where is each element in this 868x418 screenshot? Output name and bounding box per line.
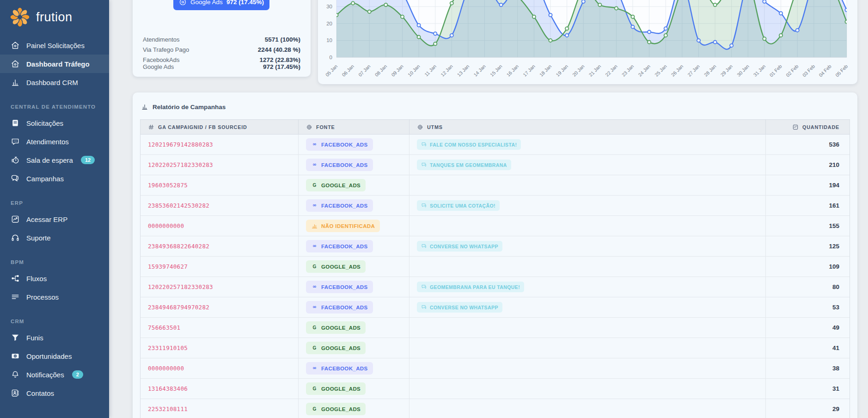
meta-icon: ∞ (311, 202, 318, 209)
stat-row: Via Trafego Pago 2244 (40.28 %) (143, 46, 300, 56)
campaign-id-cell: 0000000000 (141, 358, 299, 378)
google-circle-icon: G (179, 0, 187, 6)
svg-text:31 Jan: 31 Jan (752, 63, 767, 78)
quantidade-cell: 29 (766, 399, 850, 418)
svg-text:10 Jan: 10 Jan (407, 63, 421, 78)
sidebar-item-label: Atendimentos (26, 138, 69, 146)
campaign-id-cell: 0000000000 (141, 216, 299, 236)
fonte-badge-facebook: ∞FACEBOOK_ADS (306, 281, 373, 293)
quantidade-value: 109 (829, 263, 839, 270)
table-row: 756663501GGOOGLE_ADS49 (141, 318, 850, 338)
sidebar-item-label: Campanhas (26, 175, 64, 183)
svg-text:16 Jan: 16 Jan (505, 63, 520, 78)
svg-text:21 Jan: 21 Jan (587, 63, 602, 78)
sidebar-item-label: Oportunidades (26, 352, 72, 360)
quantidade-value: 49 (832, 324, 839, 331)
column-header-label: Quantidade (802, 124, 839, 130)
traffic-line-chart[interactable]: 01020304005 Jan06 Jan07 Jan08 Jan09 Jan1… (318, 0, 857, 84)
utm-cell: CONVERSE NO WHATSAPP (410, 236, 766, 256)
stat-value: 972 (17.45%) (263, 63, 300, 70)
sidebar-nav: Painel SolicitaçõesDashboard TráfegoDash… (0, 36, 109, 402)
campaign-id-cell: 23849468794970282 (141, 297, 299, 317)
utm-badge: CONVERSE NO WHATSAPP (417, 302, 502, 313)
traffic-stats-list: Atendimentos 5571 (100%) Via Trafego Pag… (133, 36, 311, 70)
quantidade-cell: 161 (766, 196, 850, 215)
svg-text:14 Jan: 14 Jan (472, 63, 487, 78)
utm-badge-label: SOLICITE UMA COTAÇÃO! (430, 203, 495, 209)
svg-text:04 Feb: 04 Feb (818, 63, 832, 78)
utm-cell: SOLICITE UMA COTAÇÃO! (410, 196, 766, 215)
campaign-id: 23849368822640282 (148, 243, 209, 250)
svg-text:01 Feb: 01 Feb (768, 63, 783, 78)
sidebar-item-sala-de-espera[interactable]: Sala de espera12 (0, 151, 109, 169)
svg-text:25 Jan: 25 Jan (654, 63, 668, 78)
app-logo[interactable]: frution (0, 0, 109, 29)
stat-row: FacebookAds 1272 (22.83%) (143, 56, 300, 63)
sidebar-item-oportunidades[interactable]: Oportunidades (0, 347, 109, 365)
fonte-cell: GGOOGLE_ADS (299, 338, 410, 358)
column-header-quantidade[interactable]: Quantidade (766, 120, 850, 134)
sidebar-item-acessar-erp[interactable]: Acessar ERP (0, 210, 109, 228)
svg-text:23 Jan: 23 Jan (621, 63, 635, 78)
svg-text:G: G (312, 325, 316, 330)
speech-bubble-icon (421, 203, 427, 209)
fonte-badge-label: GOOGLE_ADS (321, 264, 361, 270)
quantidade-cell: 53 (766, 297, 850, 317)
table-title-row: Relatório de Campanhas (140, 100, 850, 111)
trend-square-icon (11, 215, 20, 224)
fonte-badge-facebook: ∞FACEBOOK_ADS (306, 362, 373, 375)
campaign-id-cell: 23311910105 (141, 338, 299, 358)
sidebar-item-label: Funis (26, 334, 43, 342)
svg-text:09 Jan: 09 Jan (390, 63, 404, 78)
sidebar-item-atendimentos[interactable]: Atendimentos (0, 132, 109, 151)
sidebar-item-label: Fluxos (26, 275, 47, 283)
column-header-fonte[interactable]: Fonte (299, 120, 410, 134)
svg-text:08 Jan: 08 Jan (373, 63, 388, 78)
meta-icon: ∞ (311, 283, 318, 290)
contact-card-icon (11, 388, 20, 398)
sidebar-item-painel-solicitacoes[interactable]: Painel Solicitações (0, 36, 109, 55)
home-icon (11, 41, 20, 50)
sidebar-item-solicitacoes[interactable]: Solicitações (0, 114, 109, 132)
svg-text:G: G (312, 386, 316, 391)
bar-chart-icon (141, 103, 148, 111)
svg-text:12 Jan: 12 Jan (440, 63, 454, 78)
google-ads-legend-button[interactable]: G Google Ads 972 (17.45%) (173, 0, 269, 10)
sidebar-item-dashboard-crm[interactable]: Dashboard CRM (0, 73, 109, 92)
sidebar-item-processos[interactable]: Processos (0, 288, 109, 306)
svg-text:13 Jan: 13 Jan (456, 63, 471, 78)
svg-text:G: G (312, 406, 316, 412)
chat-dots-icon (11, 137, 20, 146)
sidebar-item-dashboard-trafego[interactable]: Dashboard Tráfego (0, 55, 109, 73)
svg-text:15 Jan: 15 Jan (489, 63, 503, 78)
sidebar-item-campanhas[interactable]: Campanhas (0, 169, 109, 188)
svg-text:06 Jan: 06 Jan (341, 63, 355, 78)
column-header-utms[interactable]: UTMS (410, 120, 766, 134)
sidebar-item-fluxos[interactable]: Fluxos (0, 269, 109, 288)
fonte-badge-label: GOOGLE_ADS (321, 386, 361, 392)
stat-label: Via Trafego Pago (143, 46, 189, 53)
campaign-id-cell: 756663501 (141, 318, 299, 338)
svg-text:03 Feb: 03 Feb (801, 63, 816, 78)
quantidade-cell: 38 (766, 358, 850, 378)
campaign-table: GA CampaignID / FB SourceIDFonteUTMSQuan… (140, 119, 850, 418)
campaign-id: 120219679142880283 (148, 141, 213, 148)
column-header-ga-campaignid-fb-sourceid[interactable]: GA CampaignID / FB SourceID (141, 120, 299, 134)
fonte-badge-google: GGOOGLE_ADS (306, 321, 366, 334)
stopwatch-icon (11, 155, 20, 165)
quantidade-value: 161 (829, 202, 839, 209)
fonte-cell: ∞FACEBOOK_ADS (299, 135, 410, 154)
svg-text:11 Jan: 11 Jan (423, 63, 437, 77)
fonte-badge-label: FACEBOOK_ADS (321, 244, 368, 249)
sidebar-item-notificacoes[interactable]: Notificações2 (0, 365, 109, 384)
svg-text:19 Jan: 19 Jan (555, 63, 569, 78)
utm-cell (410, 216, 766, 236)
quantidade-cell: 49 (766, 318, 850, 338)
sidebar-item-suporte[interactable]: Suporte (0, 228, 109, 247)
sidebar-item-funis[interactable]: Funis (0, 328, 109, 347)
sidebar-item-label: Solicitações (26, 119, 63, 127)
campaign-id-cell: 23853602142530282 (141, 196, 299, 215)
sidebar-item-contatos[interactable]: Contatos (0, 384, 109, 402)
table-row: 23849368822640282∞FACEBOOK_ADSCONVERSE N… (141, 236, 850, 257)
campaign-id-cell: 13164383406 (141, 379, 299, 399)
